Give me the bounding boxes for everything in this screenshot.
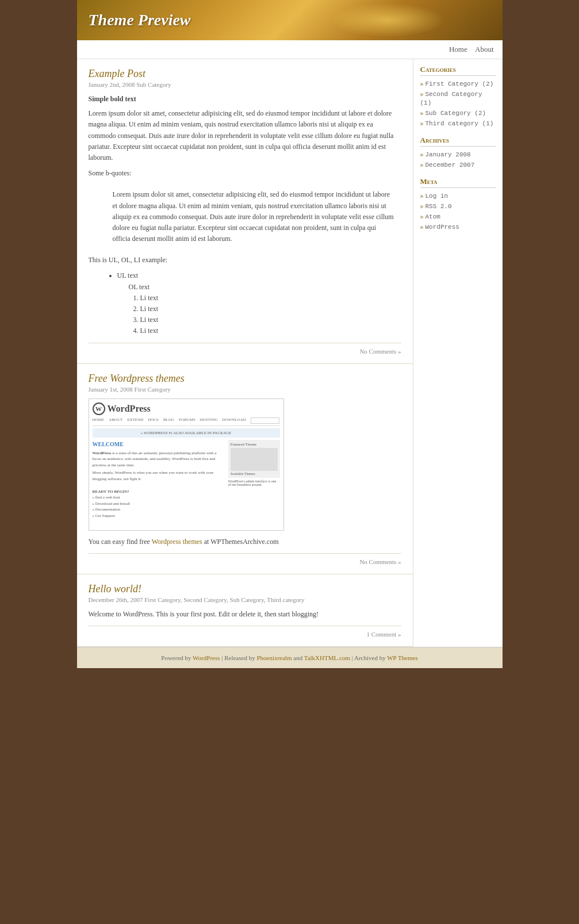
footer-wp-themes-link[interactable]: WP Themes bbox=[387, 654, 417, 661]
footer-phoenixrealm-link[interactable]: Phoenixrealm bbox=[256, 654, 292, 661]
site-header: Theme Preview bbox=[77, 0, 503, 40]
post-list-example: UL text OL text Li text Li text Li text … bbox=[106, 270, 401, 336]
li-item-4: Li text bbox=[140, 325, 401, 336]
sidebar-meta-wp: WordPress bbox=[420, 223, 496, 231]
sidebar-archive-link-1[interactable]: January 2008 bbox=[425, 151, 471, 158]
sidebar-meta-login: Log in bbox=[420, 191, 496, 200]
site-title: Theme Preview bbox=[89, 11, 191, 29]
li-item-3: Li text bbox=[140, 315, 401, 325]
post-meta-hello-world: December 26th, 2007 First Category, Seco… bbox=[89, 596, 401, 603]
post-content-hello-world: Welcome to WordPress. This is your first… bbox=[89, 609, 401, 620]
hw-cat-third[interactable]: Third category bbox=[267, 596, 304, 603]
post-category-sub[interactable]: Sub Category bbox=[136, 81, 171, 88]
wordpress-themes-link[interactable]: Wordpress themes bbox=[152, 538, 202, 546]
post-hello-world: Hello world! December 26th, 2007 First C… bbox=[77, 574, 413, 647]
main-column: Example Post January 2nd, 2008 Sub Categ… bbox=[77, 59, 413, 647]
categories-list: First Category (2) Second Category (1) S… bbox=[420, 79, 496, 128]
post-content-example: Simple bold text Lorem ipsum dolor sit a… bbox=[89, 94, 401, 337]
post-comments-link-1[interactable]: No Comments » bbox=[359, 348, 401, 355]
post-footer-hello-world: 1 Comment » bbox=[89, 626, 401, 638]
post-footer-example: No Comments » bbox=[89, 343, 401, 355]
navigation-bar: Home About bbox=[77, 40, 503, 59]
post-footer-wp-themes: No Comments » bbox=[89, 553, 401, 565]
sidebar-cat-2: Second Category (1) bbox=[420, 90, 496, 107]
categories-title: Categories bbox=[420, 65, 496, 76]
post-category-first[interactable]: First Category bbox=[135, 386, 171, 393]
hw-cat-second[interactable]: Second Category bbox=[183, 596, 227, 603]
post-title-example[interactable]: Example Post bbox=[89, 68, 145, 79]
sidebar-cat-link-3[interactable]: Sub Category (2) bbox=[425, 110, 486, 117]
sidebar-meta-link-login[interactable]: Log in bbox=[425, 193, 448, 200]
nav-home[interactable]: Home bbox=[449, 45, 467, 53]
post-meta-wp-themes: January 1st, 2008 First Category bbox=[89, 386, 401, 393]
sidebar-cat-4: Third category (1) bbox=[420, 119, 496, 128]
post-title-wp-themes[interactable]: Free Wordpress themes bbox=[89, 373, 185, 384]
sidebar-meta-link-rss[interactable]: RSS 2.0 bbox=[425, 203, 452, 210]
sidebar: Categories First Category (2) Second Cat… bbox=[413, 59, 503, 647]
sidebar-meta-link-atom[interactable]: Atom bbox=[425, 213, 440, 220]
archives-title: Archives bbox=[420, 136, 496, 147]
hw-cat-first[interactable]: First Category bbox=[144, 596, 181, 603]
sidebar-archive-1: January 2008 bbox=[420, 150, 496, 159]
post-content-wp-themes: You can easy find free Wordpress themes … bbox=[89, 536, 401, 547]
content-wrapper: Example Post January 2nd, 2008 Sub Categ… bbox=[77, 59, 503, 647]
wp-screenshot: W WordPress HOMEABOUTEXTENDDOCSBLOGFORUM… bbox=[89, 398, 284, 531]
sidebar-archive-link-2[interactable]: December 2007 bbox=[425, 162, 475, 168]
li-item-2: Li text bbox=[140, 304, 401, 315]
sidebar-cat-3: Sub Category (2) bbox=[420, 109, 496, 117]
nav-about[interactable]: About bbox=[475, 45, 494, 53]
footer-wordpress-link[interactable]: WordPress bbox=[193, 654, 220, 661]
hw-cat-sub[interactable]: Sub Category bbox=[230, 596, 264, 603]
meta-title: Meta bbox=[420, 177, 496, 188]
sidebar-cat-link-4[interactable]: Third category (1) bbox=[425, 120, 494, 127]
sidebar-meta-atom: Atom bbox=[420, 212, 496, 221]
sidebar-archive-2: December 2007 bbox=[420, 160, 496, 169]
li-item-1: Li text bbox=[140, 293, 401, 304]
archives-list: January 2008 December 2007 bbox=[420, 150, 496, 169]
header-glow bbox=[330, 3, 445, 37]
sidebar-cat-1: First Category (2) bbox=[420, 79, 496, 88]
post-comments-link-2[interactable]: No Comments » bbox=[359, 558, 401, 565]
post-wp-themes: Free Wordpress themes January 1st, 2008 … bbox=[77, 364, 413, 574]
post-comments-link-3[interactable]: 1 Comment » bbox=[367, 631, 401, 638]
post-example: Example Post January 2nd, 2008 Sub Categ… bbox=[77, 59, 413, 364]
footer-talkxhtml-link[interactable]: TalkXHTML.com bbox=[304, 654, 350, 661]
post-blockquote: Lorem ipsum dolor sit amet, consectetur … bbox=[106, 185, 401, 249]
sidebar-cat-link-2[interactable]: Second Category (1) bbox=[420, 91, 482, 106]
meta-list: Log in RSS 2.0 Atom WordPress bbox=[420, 191, 496, 231]
sidebar-meta-link-wp[interactable]: WordPress bbox=[425, 224, 459, 231]
sidebar-meta-rss: RSS 2.0 bbox=[420, 202, 496, 210]
sidebar-cat-link-1[interactable]: First Category (2) bbox=[425, 80, 494, 87]
site-footer: Powered by WordPress | Released by Phoen… bbox=[77, 647, 503, 668]
post-meta-example: January 2nd, 2008 Sub Category bbox=[89, 81, 401, 88]
post-title-hello-world[interactable]: Hello world! bbox=[89, 583, 142, 595]
